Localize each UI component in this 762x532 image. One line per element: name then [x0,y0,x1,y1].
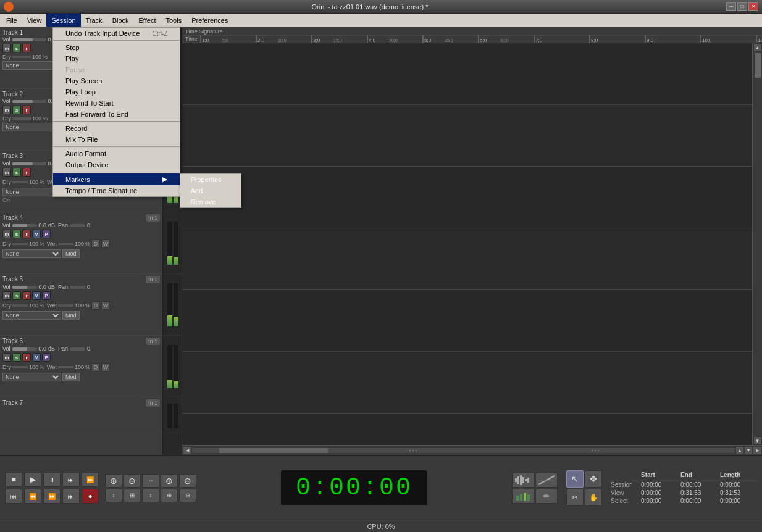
track-5-record-btn[interactable]: r [22,291,31,300]
rewind-button[interactable]: ⏪ [24,489,41,504]
zoom-in-h-button[interactable]: ⊕ [105,474,122,488]
stop-button[interactable]: ■ [5,472,22,487]
zoom-in-v-button[interactable]: ⊕ [161,474,178,488]
fit-v-button[interactable]: ⊞ [124,489,141,502]
track-4-vol-slider[interactable] [12,224,37,227]
select-tool-button[interactable]: ↖ [566,470,584,488]
track-6-solo-btn[interactable]: s [12,353,21,362]
track-5-p-btn[interactable]: P [42,291,51,300]
track-5-solo-btn[interactable]: s [12,291,21,300]
track-5-pan-slider[interactable] [70,286,85,289]
menu-file[interactable]: File [1,14,22,27]
menu-mix-to-file[interactable]: Mix To File [53,134,180,145]
markers-remove[interactable]: Remove [180,196,241,207]
track-6-vol-slider[interactable] [12,347,37,351]
menu-undo-track-input[interactable]: Undo Track Input Device Ctrl-Z [53,28,180,39]
track-4-v-btn[interactable]: V [32,230,41,238]
track-6-record-btn[interactable]: r [22,353,31,362]
zoom-out-h-button[interactable]: ⊖ [124,474,141,488]
track-2-dry-slider[interactable] [12,117,31,120]
menu-effect[interactable]: Effect [134,14,161,27]
track-5-v-btn[interactable]: V [32,291,41,300]
track-6-plugin-select[interactable]: None [2,373,61,381]
track-3-dry-slider[interactable] [12,181,28,183]
loop-start-button[interactable]: ⏭ [62,489,80,504]
track-4-record-btn[interactable]: r [22,230,31,238]
track-4-wet-slider[interactable] [58,243,73,245]
track-5-plugin-select[interactable]: None [2,311,61,320]
cut-tool-button[interactable]: ✂ [566,489,584,506]
scroll-up-btn[interactable]: ▲ [753,43,762,52]
track-6-mod-btn[interactable]: Mod [62,373,80,381]
track-5-dry-slider[interactable] [12,304,28,307]
track-1-record-btn[interactable]: r [22,44,31,52]
zoom-4-button[interactable]: ↕ [142,489,159,502]
track-6-w-btn[interactable]: W [101,363,110,372]
loop-end-button[interactable]: ⏭ [62,472,80,487]
menu-session[interactable]: Session [46,14,80,27]
track-4-d-btn[interactable]: D [91,239,100,248]
track-4-mod-btn[interactable]: Mod [62,249,80,258]
track-6-p-btn[interactable]: P [42,353,51,362]
track-4-plugin-select[interactable]: None [2,249,61,258]
scroll-thumb[interactable] [755,53,761,78]
track-3-solo-btn[interactable]: s [12,168,21,177]
track-3-record-btn[interactable]: r [22,168,31,177]
h-scroll-track[interactable] [192,448,735,453]
h-scroll-left-btn[interactable]: ◀ [183,447,191,454]
markers-properties[interactable]: Properties [180,174,241,185]
track-6-pan-slider[interactable] [70,347,85,351]
track-3-mute-btn[interactable]: m [2,168,11,177]
zoom-5-button[interactable]: ⊕ [161,489,178,502]
menu-play-screen[interactable]: Play Screen [53,75,180,86]
pencil-view-button[interactable]: ✏ [535,489,558,504]
menu-view[interactable]: View [22,14,47,27]
track-2-solo-btn[interactable]: s [12,106,21,114]
markers-add[interactable]: Add [180,185,241,196]
menu-block[interactable]: Block [107,14,134,27]
track-4-pan-slider[interactable] [70,224,85,227]
record-button[interactable]: ● [82,489,99,504]
track-2-mute-btn[interactable]: m [2,106,11,114]
move-tool-button[interactable]: ✥ [585,470,602,488]
track-1-solo-btn[interactable]: s [12,44,21,52]
wave-view-button[interactable] [512,473,534,488]
track-2-record-btn[interactable]: r [22,106,31,114]
track-5-d-btn[interactable]: D [91,301,100,310]
menu-tempo-time-signature[interactable]: Tempo / Time Signature [53,185,180,196]
waveform-track-1[interactable] [182,43,752,105]
menu-play-loop[interactable]: Play Loop [53,86,180,98]
h-scroll-up-small[interactable]: ▲ [736,447,743,454]
waveform-track-4[interactable] [182,228,752,290]
menu-stop[interactable]: Stop [53,42,180,53]
track-4-dry-slider[interactable] [12,243,28,245]
h-scroll-right-btn[interactable]: ▶ [753,447,761,454]
track-1-mute-btn[interactable]: m [2,44,11,52]
waveform-track-6[interactable] [182,352,752,414]
menu-play[interactable]: Play [53,53,180,64]
menu-record[interactable]: Record [53,123,180,134]
fast-forward-button[interactable]: ⏩ [82,472,99,487]
track-1-vol-slider[interactable] [12,38,46,41]
menu-rewind-to-start[interactable]: Rewind To Start [53,98,180,109]
track-5-w-btn[interactable]: W [101,301,110,310]
hand-tool-button[interactable]: ✋ [585,489,602,506]
track-6-d-btn[interactable]: D [91,363,100,372]
track-1-dry-slider[interactable] [12,56,31,58]
waveform-track-2[interactable] [182,105,752,167]
h-scroll-thumb[interactable] [219,448,328,453]
track-4-w-btn[interactable]: W [101,239,110,248]
waveform-track-7[interactable] [182,414,752,445]
scroll-down-btn[interactable]: ▼ [753,436,762,445]
waveform-track-3[interactable] [182,167,752,228]
track-5-mod-btn[interactable]: Mod [62,311,80,320]
play-button[interactable]: ▶ [24,472,41,487]
zoom-3-button[interactable]: ↕ [105,489,122,502]
track-4-p-btn[interactable]: P [42,230,51,238]
track-5-mute-btn[interactable]: m [2,291,11,300]
vertical-scrollbar[interactable]: ▲ ▼ [752,43,762,445]
maximize-button[interactable]: □ [737,2,747,11]
pause-button[interactable]: ⏸ [43,472,61,487]
track-5-wet-slider[interactable] [58,304,73,307]
minimize-button[interactable]: ─ [726,2,736,11]
